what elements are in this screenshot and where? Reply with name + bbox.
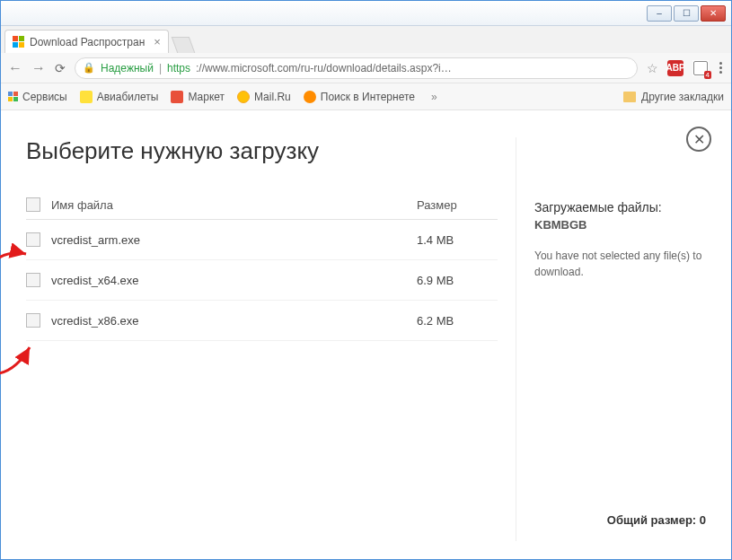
- lastpass-extension-icon[interactable]: 4: [692, 60, 709, 76]
- abp-extension-icon[interactable]: ABP: [667, 60, 683, 76]
- file-size: 1.4 MB: [417, 233, 498, 247]
- page-title: Выберите нужную загрузку: [26, 137, 498, 165]
- new-tab-button[interactable]: [172, 37, 196, 53]
- apps-icon: [8, 92, 18, 101]
- minimize-button[interactable]: –: [647, 5, 672, 22]
- plane-icon: [80, 91, 93, 103]
- file-checkbox[interactable]: [26, 273, 40, 287]
- browser-tab[interactable]: Download Распростран ×: [4, 30, 169, 53]
- close-window-button[interactable]: ✕: [701, 5, 726, 22]
- browser-menu-button[interactable]: [718, 60, 724, 75]
- sidebar-message: You have not selected any file(s) to dow…: [534, 248, 706, 280]
- column-size: Размер: [417, 198, 498, 212]
- bookmark-market[interactable]: Маркет: [171, 91, 225, 103]
- sidebar-heading: Загружаемые файлы:: [534, 200, 706, 214]
- file-size: 6.9 MB: [417, 274, 498, 287]
- url-input[interactable]: 🔒 Надежный | https ://www.microsoft.com/…: [75, 57, 638, 79]
- file-row: vcredist_x86.exe 6.2 MB: [26, 301, 498, 341]
- close-dialog-button[interactable]: ✕: [686, 127, 711, 152]
- secure-label: Надежный: [101, 62, 154, 74]
- url-protocol: https: [167, 62, 190, 74]
- mailru-icon: [237, 91, 250, 103]
- file-row: vcredist_arm.exe 1.4 MB: [26, 220, 498, 260]
- column-filename: Имя файла: [51, 198, 417, 212]
- bookmark-aviabilety[interactable]: Авиабилеты: [80, 91, 159, 103]
- apps-bookmark[interactable]: Сервисы: [8, 91, 67, 103]
- extension-badge: 4: [704, 71, 711, 79]
- forward-button[interactable]: →: [31, 60, 46, 76]
- window-titlebar: – ☐ ✕: [1, 1, 731, 26]
- sidebar-unit: KBMBGB: [534, 218, 706, 232]
- file-name: vcredist_arm.exe: [51, 233, 417, 247]
- search-icon: [304, 91, 316, 103]
- file-row: vcredist_x64.exe 6.9 MB: [26, 260, 498, 301]
- bookmarks-overflow-button[interactable]: »: [431, 91, 437, 103]
- file-name: vcredist_x64.exe: [51, 274, 417, 287]
- total-size-label: Общий размер: 0: [607, 513, 706, 527]
- tab-bar: Download Распростран ×: [1, 26, 731, 53]
- file-checkbox[interactable]: [26, 232, 40, 247]
- address-bar: ← → ⟳ 🔒 Надежный | https ://www.microsof…: [1, 53, 731, 83]
- microsoft-logo-icon: [13, 36, 24, 48]
- reload-button[interactable]: ⟳: [55, 61, 66, 75]
- bookmarks-bar: Сервисы Авиабилеты Маркет Mail.Ru Поиск …: [1, 83, 731, 110]
- page-content: ✕ Выберите нужную загрузку Имя файла Раз…: [1, 110, 731, 559]
- other-bookmarks-button[interactable]: Другие закладки: [623, 91, 724, 103]
- tab-title: Download Распростран: [30, 36, 145, 48]
- bookmark-star-button[interactable]: ☆: [647, 61, 658, 75]
- file-checkbox[interactable]: [26, 313, 40, 328]
- back-button[interactable]: ←: [8, 60, 22, 76]
- market-icon: [171, 91, 183, 103]
- folder-icon: [623, 92, 636, 102]
- file-name: vcredist_x86.exe: [51, 314, 417, 328]
- bookmark-mailru[interactable]: Mail.Ru: [237, 91, 291, 103]
- downloads-main: Выберите нужную загрузку Имя файла Разме…: [26, 137, 498, 541]
- maximize-button[interactable]: ☐: [674, 5, 699, 22]
- browser-window: – ☐ ✕ Download Распростран × ← → ⟳ 🔒 Над…: [0, 0, 732, 560]
- file-size: 6.2 MB: [417, 314, 498, 328]
- downloads-sidebar: Загружаемые файлы: KBMBGB You have not s…: [516, 137, 706, 541]
- lock-icon: 🔒: [83, 62, 95, 74]
- url-text: ://www.microsoft.com/ru-ru/download/deta…: [196, 62, 630, 74]
- select-all-checkbox[interactable]: [26, 197, 40, 212]
- bookmark-poisk[interactable]: Поиск в Интернете: [304, 91, 415, 103]
- table-header: Имя файла Размер: [26, 190, 498, 220]
- close-tab-button[interactable]: ×: [154, 35, 161, 48]
